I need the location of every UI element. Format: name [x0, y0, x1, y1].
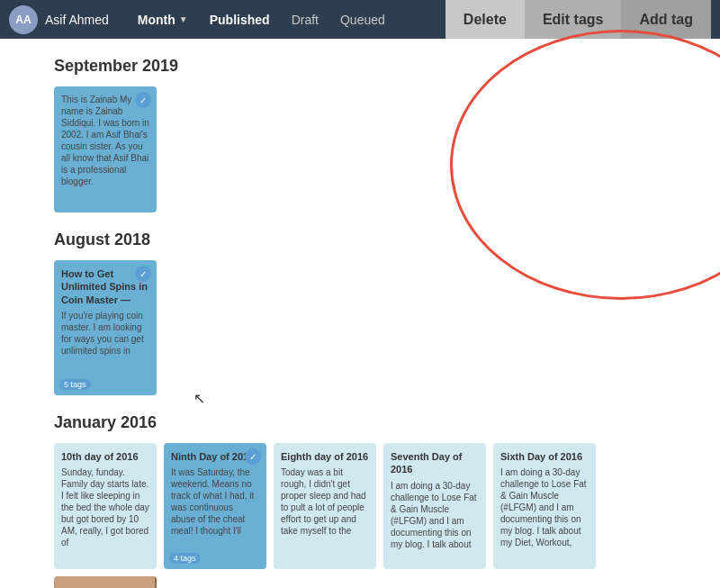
post-tags: 5 tags	[59, 379, 91, 390]
month-group-jan-2016: January 2016 10th day of 2016 Sunday, fu…	[54, 413, 702, 588]
check-icon: ✓	[135, 92, 151, 108]
food-photo	[54, 576, 157, 588]
top-navigation: AA Asif Ahmed Month ▼ Published Draft Qu…	[0, 0, 720, 39]
post-card[interactable]: ✓ Ninth Day of 2016 It was Saturday, the…	[164, 443, 266, 569]
post-title: Seventh Day of 2016	[391, 450, 479, 476]
nav-queued[interactable]: Queued	[329, 0, 396, 39]
check-icon: ✓	[135, 266, 151, 282]
nav-published[interactable]: Published	[199, 0, 281, 39]
posts-grid: ✓ This is Zainab My name is Zainab Siddi…	[54, 86, 702, 213]
post-excerpt: If you're playing coin master. I am look…	[61, 310, 149, 357]
post-title: Sixth Day of 2016	[500, 450, 589, 463]
post-title: 10th day of 2016	[61, 450, 149, 463]
post-card[interactable]: Sixth Day of 2016 I am doing a 30-day ch…	[493, 443, 596, 569]
post-card[interactable]: ✓ How to Get Unlimited Spins in Coin Mas…	[54, 260, 157, 395]
chevron-down-icon: ▼	[179, 14, 188, 24]
posts-grid: ✓ How to Get Unlimited Spins in Coin Mas…	[54, 260, 702, 395]
month-heading: August 2018	[54, 231, 702, 249]
month-group-aug-2018: August 2018 ✓ How to Get Unlimited Spins…	[54, 231, 702, 395]
svg-rect-0	[56, 576, 155, 588]
avatar: AA	[9, 5, 38, 34]
delete-button[interactable]: Delete	[446, 0, 525, 39]
username-label: Asif Ahmed	[45, 13, 109, 27]
check-icon: ✓	[245, 448, 261, 465]
post-excerpt: Sunday, funday. Family day starts late. …	[61, 466, 149, 548]
month-heading: January 2016	[54, 413, 702, 432]
post-tags: 4 tags	[169, 553, 201, 564]
post-title: Eighth day of 2016	[281, 450, 369, 463]
month-group-sep-2019: September 2019 ✓ This is Zainab My name …	[54, 57, 702, 213]
add-tags-button[interactable]: Add tag	[621, 0, 711, 39]
post-excerpt: Today was a bit rough, I didn't get prop…	[281, 466, 369, 537]
post-card[interactable]: 10th day of 2016 Sunday, funday. Family …	[54, 443, 157, 569]
main-content: September 2019 ✓ This is Zainab My name …	[0, 39, 720, 588]
month-heading: September 2019	[54, 57, 702, 76]
edit-tags-button[interactable]: Edit tags	[525, 0, 622, 39]
post-excerpt: I am doing a 30-day challenge to Lose Fa…	[391, 480, 479, 550]
post-excerpt: I am doing a 30-day challenge to Lose Fa…	[500, 466, 589, 548]
post-card[interactable]: Seventh Day of 2016 I am doing a 30-day …	[383, 443, 486, 569]
post-excerpt: This is Zainab My name is Zainab Siddiqu…	[61, 94, 149, 187]
post-card-image[interactable]	[54, 576, 157, 588]
posts-grid: 10th day of 2016 Sunday, funday. Family …	[54, 443, 702, 588]
post-excerpt: It was Saturday, the weekend. Means no t…	[171, 466, 259, 537]
post-card[interactable]: ✓ This is Zainab My name is Zainab Siddi…	[54, 86, 157, 213]
post-card[interactable]: Eighth day of 2016 Today was a bit rough…	[274, 443, 376, 569]
nav-draft[interactable]: Draft	[281, 0, 329, 39]
nav-month[interactable]: Month ▼	[127, 0, 199, 39]
